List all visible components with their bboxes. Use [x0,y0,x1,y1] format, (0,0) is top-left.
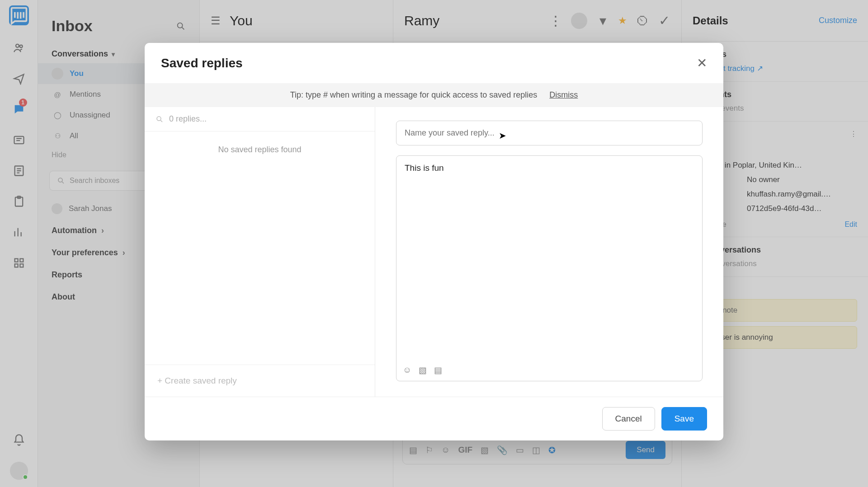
modal-overlay: Saved replies ✕ Tip: type # when writing… [0,0,868,487]
emoji-icon[interactable]: ☺ [403,365,411,375]
reply-body-input[interactable]: This is fun ☺ ▧ ▤ [396,155,703,381]
article-icon[interactable]: ▤ [434,365,442,375]
cancel-button[interactable]: Cancel [602,407,655,431]
create-saved-reply-button[interactable]: + Create saved reply [145,365,375,397]
replies-search-input[interactable]: 0 replies... [145,107,375,131]
no-saved-message: No saved replies found [145,131,375,168]
search-placeholder: 0 replies... [169,114,207,124]
search-icon [156,115,164,123]
modal-title: Saved replies [161,56,243,70]
tip-bar: Tip: type # when writing a message for q… [145,83,723,107]
save-button[interactable]: Save [661,407,707,431]
saved-replies-modal: Saved replies ✕ Tip: type # when writing… [145,43,723,440]
reply-body-text: This is fun [405,163,444,173]
close-icon[interactable]: ✕ [697,56,707,70]
tip-text: Tip: type # when writing a message for q… [290,90,538,99]
reply-name-input[interactable] [396,121,703,145]
svg-point-12 [157,117,161,121]
image-icon[interactable]: ▧ [419,365,427,375]
dismiss-link[interactable]: Dismiss [549,90,578,99]
